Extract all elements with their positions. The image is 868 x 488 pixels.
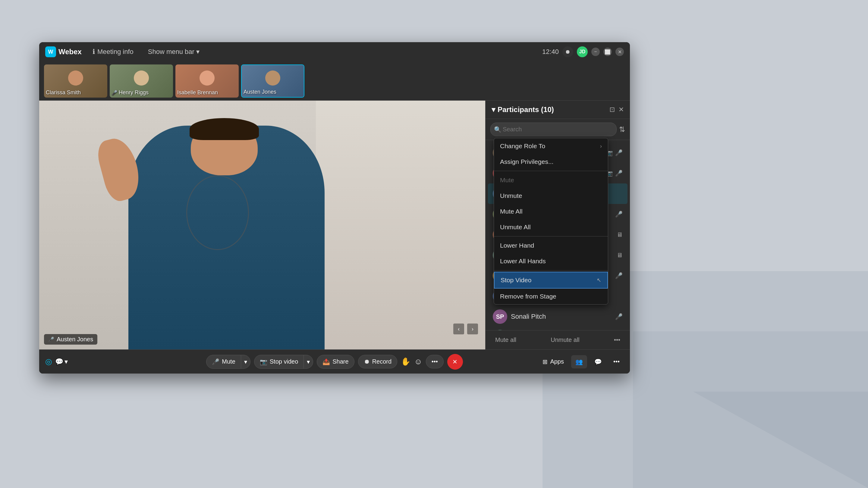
context-menu-unmute-all[interactable]: Unmute All bbox=[494, 219, 608, 235]
thumbnail-austen[interactable]: Austen Jones bbox=[241, 64, 304, 98]
main-video-feed bbox=[39, 101, 485, 350]
participant-controls-sofia: 🎤 bbox=[615, 272, 623, 279]
panel-footer: Mute all Unmute all ••• bbox=[486, 330, 630, 350]
end-call-button[interactable]: ✕ bbox=[447, 354, 463, 369]
participant-controls-henry: 🎤 bbox=[615, 210, 623, 218]
webex-logo: W Webex bbox=[45, 46, 82, 57]
share-icon: 📤 bbox=[322, 358, 330, 365]
toolbar-more-button[interactable]: ••• bbox=[609, 355, 624, 368]
meeting-info-button[interactable]: ℹ Meeting info bbox=[89, 46, 137, 58]
screen-icon-marise: 🖥 bbox=[617, 252, 623, 259]
video-area: 🎤 Austen Jones ‹ › bbox=[39, 101, 485, 350]
title-bar-left: W Webex ℹ Meeting info Show menu bar ▾ bbox=[45, 46, 203, 58]
stop-video-button[interactable]: 📷 Stop video bbox=[254, 355, 304, 368]
participant-item-matthew[interactable]: ME Matthew Evans 🖥 bbox=[488, 327, 627, 330]
unmute-all-button[interactable]: Unmute all bbox=[547, 335, 583, 345]
participants-icon: 👥 bbox=[575, 358, 583, 365]
context-menu-remove-from-stage[interactable]: Remove from Stage bbox=[494, 289, 608, 304]
search-container: 🔍 ⇅ bbox=[486, 119, 630, 140]
time-display: 12:40 bbox=[542, 48, 559, 56]
share-button[interactable]: 📤 Share bbox=[317, 355, 354, 369]
emoji-button[interactable]: ☺ bbox=[414, 357, 422, 366]
panel-more-button[interactable]: ••• bbox=[610, 335, 624, 345]
video-chevron-icon: ▾ bbox=[307, 358, 310, 365]
stop-video-dropdown-button[interactable]: ▾ bbox=[304, 355, 313, 368]
title-bar: W Webex ℹ Meeting info Show menu bar ▾ 1… bbox=[39, 42, 630, 61]
participants-toggle-button[interactable]: 👥 bbox=[571, 355, 587, 368]
participant-controls-sonali: 🎤 bbox=[615, 313, 623, 320]
panel-popout-button[interactable]: ⊡ bbox=[610, 106, 615, 113]
context-menu-mute-all[interactable]: Mute All bbox=[494, 204, 608, 219]
mute-dropdown-button[interactable]: ▾ bbox=[241, 355, 250, 368]
mute-button-group: 🎤 Mute ▾ bbox=[206, 355, 250, 369]
thumbnail-clarissa[interactable]: Clarissa Smith bbox=[44, 64, 107, 98]
chat-button[interactable]: 💬 ▾ bbox=[55, 358, 68, 366]
panel-title-text: Participants (10) bbox=[498, 105, 554, 114]
unmute-menu-label: Unmute bbox=[500, 192, 522, 199]
minimize-button[interactable]: − bbox=[591, 47, 600, 56]
panel-actions: ⊡ ✕ bbox=[610, 106, 624, 113]
assign-privileges-label: Assign Privileges... bbox=[500, 158, 553, 165]
apps-icon: ⊞ bbox=[542, 358, 548, 365]
mute-label: Mute bbox=[222, 358, 235, 365]
chevron-down-icon: ▾ bbox=[196, 48, 199, 56]
panel-header: ▾ Participants (10) ⊡ ✕ bbox=[486, 101, 630, 119]
toolbar-left: ◎ 💬 ▾ bbox=[45, 357, 68, 366]
close-button[interactable]: ✕ bbox=[615, 47, 624, 56]
record-button[interactable]: ⏺ Record bbox=[358, 355, 397, 368]
remove-from-stage-label: Remove from Stage bbox=[500, 293, 556, 300]
webex-app-name: Webex bbox=[59, 47, 82, 56]
reactions-icon: ✋ bbox=[401, 357, 410, 366]
context-menu-divider-2 bbox=[494, 236, 608, 236]
participant-controls-isabella: 🖥 bbox=[617, 231, 623, 238]
window-controls: − ⬜ ✕ bbox=[591, 47, 624, 56]
mic-icon-umar: 🎤 bbox=[615, 170, 623, 177]
thumbnail-label-henry: 🎤 Henry Riggs bbox=[112, 90, 149, 96]
apps-button[interactable]: ⊞ Apps bbox=[538, 355, 568, 368]
toolbar-more-icon: ••• bbox=[613, 358, 620, 365]
mute-all-button[interactable]: Mute all bbox=[492, 335, 520, 345]
avatar-sonali: SP bbox=[493, 310, 507, 324]
speaker-name-tag: 🎤 Austen Jones bbox=[44, 334, 97, 345]
search-input[interactable] bbox=[490, 123, 617, 136]
more-icon: ••• bbox=[432, 358, 438, 365]
video-nav-prev[interactable]: ‹ bbox=[453, 324, 464, 334]
context-menu-mute: Mute bbox=[494, 172, 608, 188]
sort-button[interactable]: ⇅ bbox=[619, 125, 625, 134]
context-menu-lower-hand[interactable]: Lower Hand bbox=[494, 238, 608, 253]
record-icon: ⏺ bbox=[364, 358, 370, 365]
context-menu-lower-all-hands[interactable]: Lower All Hands bbox=[494, 253, 608, 269]
chat-icon: 💬 bbox=[55, 358, 63, 366]
show-menu-button[interactable]: Show menu bar ▾ bbox=[144, 46, 203, 58]
thumbnail-isabelle[interactable]: Isabelle Brennan bbox=[176, 64, 239, 98]
context-menu: Change Role To › Assign Privileges... Mu… bbox=[494, 138, 608, 304]
speaker-mic-icon: 🎤 bbox=[48, 336, 54, 342]
thumbnail-label-isabelle: Isabelle Brennan bbox=[177, 90, 218, 96]
context-menu-assign-privileges[interactable]: Assign Privileges... bbox=[494, 154, 608, 170]
title-bar-right: 12:40 ⏺ JD − ⬜ ✕ bbox=[542, 46, 624, 57]
maximize-button[interactable]: ⬜ bbox=[603, 47, 612, 56]
svg-marker-1 bbox=[633, 331, 868, 488]
thumbnail-label-clarissa: Clarissa Smith bbox=[46, 90, 81, 96]
more-button[interactable]: ••• bbox=[426, 355, 444, 368]
context-menu-unmute[interactable]: Unmute bbox=[494, 188, 608, 204]
participant-item-sonali[interactable]: SP Sonali Pitch 🎤 bbox=[488, 306, 627, 327]
context-menu-change-role[interactable]: Change Role To › bbox=[494, 138, 608, 154]
mute-all-menu-label: Mute All bbox=[500, 208, 523, 215]
panel-close-button[interactable]: ✕ bbox=[618, 106, 624, 113]
video-nav: ‹ › bbox=[453, 324, 478, 334]
chat-chevron: ▾ bbox=[64, 358, 68, 366]
context-menu-stop-video[interactable]: Stop Video ↖ bbox=[494, 272, 608, 289]
chat-panel-button[interactable]: 💬 bbox=[590, 355, 606, 368]
panel-title-chevron: ▾ bbox=[492, 105, 495, 114]
change-role-arrow: › bbox=[600, 143, 602, 150]
webex-home-button[interactable]: ◎ bbox=[45, 357, 52, 366]
lower-all-hands-label: Lower All Hands bbox=[500, 258, 546, 265]
video-nav-next[interactable]: › bbox=[467, 324, 478, 334]
speaker-name: Austen Jones bbox=[57, 336, 93, 343]
emoji-icon: ☺ bbox=[414, 357, 422, 366]
cursor-indicator: ↖ bbox=[597, 277, 601, 284]
mute-button[interactable]: 🎤 Mute bbox=[207, 355, 241, 368]
thumbnail-henry[interactable]: 🎤 Henry Riggs bbox=[110, 64, 173, 98]
reactions-button[interactable]: ✋ bbox=[401, 357, 410, 366]
